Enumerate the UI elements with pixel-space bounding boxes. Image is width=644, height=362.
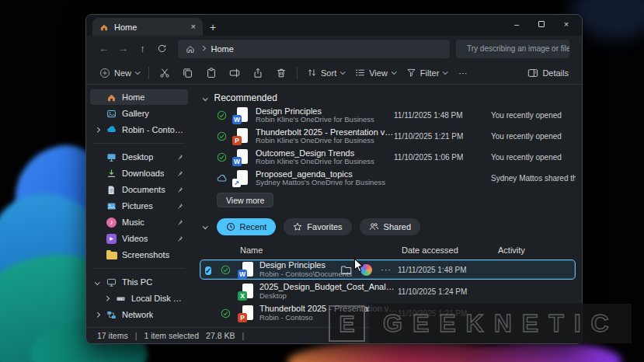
- chevron-right-icon[interactable]: [103, 297, 110, 301]
- chevron-right-icon[interactable]: [93, 313, 101, 317]
- sort-icon: [307, 68, 317, 78]
- this-pc-icon: [106, 277, 117, 287]
- details-button-label: Details: [542, 68, 569, 78]
- column-header-activity[interactable]: Activity: [498, 245, 576, 255]
- filter-button[interactable]: Filter: [401, 64, 452, 82]
- cloud-status-icon: [217, 173, 232, 184]
- rename-button[interactable]: [223, 64, 246, 82]
- chevron-right-icon[interactable]: [93, 128, 101, 132]
- open-folder-location-icon[interactable]: [340, 264, 352, 276]
- maximize-icon: [538, 21, 545, 27]
- sidebar-item-music[interactable]: ♪ Music: [90, 214, 188, 230]
- forward-button[interactable]: →: [113, 40, 133, 58]
- sidebar-item-label: Robin - Contoso: [122, 125, 183, 134]
- downloads-icon: [106, 169, 117, 179]
- onedrive-cloud-icon: [106, 124, 117, 135]
- tab-home[interactable]: Home ×: [92, 18, 203, 36]
- toolbar-separator: [148, 67, 149, 79]
- breadcrumb[interactable]: Home: [211, 44, 234, 54]
- recommended-section-header[interactable]: Recommended: [200, 91, 576, 105]
- sidebar-item-desktop[interactable]: Desktop: [90, 149, 188, 165]
- mouse-cursor: [353, 258, 364, 273]
- sidebar-item-label: Network: [122, 310, 153, 319]
- filter-button-label: Filter: [420, 68, 439, 78]
- sidebar-item-home[interactable]: Home: [90, 89, 188, 105]
- sidebar-divider: [93, 268, 185, 269]
- new-button[interactable]: New: [94, 64, 144, 82]
- sidebar-item-documents[interactable]: Documents: [90, 182, 188, 197]
- file-date: 11/10/2025 1:21 PM: [394, 132, 491, 141]
- collapse-chevron-icon[interactable]: [203, 96, 207, 100]
- more-options-button[interactable]: ···: [452, 64, 473, 82]
- pin-icon: [176, 154, 183, 161]
- filter-pill-recent[interactable]: Recent: [217, 218, 277, 235]
- filter-pill-shared[interactable]: Shared: [360, 218, 420, 235]
- sidebar-item-gallery[interactable]: Gallery: [90, 106, 188, 121]
- back-button[interactable]: ←: [94, 40, 113, 58]
- paste-button[interactable]: [200, 64, 223, 82]
- maximize-button[interactable]: [529, 16, 554, 33]
- file-title: 2025_Design_Budget_Cost_Analysis: [259, 282, 398, 292]
- address-bar[interactable]: Home: [178, 40, 450, 58]
- pin-icon: [176, 186, 183, 193]
- recommended-item[interactable]: Thunderbolt 2025 - Presentation v2.0Robi…: [200, 126, 576, 147]
- column-header-name[interactable]: Name: [240, 245, 402, 255]
- column-header-date[interactable]: Date accessed: [402, 245, 498, 255]
- sidebar-item-local-disk[interactable]: Local Disk (C:): [90, 291, 188, 306]
- row-quick-actions: ···: [340, 260, 392, 279]
- sort-button[interactable]: Sort: [301, 64, 350, 82]
- sidebar-item-label: This PC: [122, 277, 152, 287]
- file-explorer-window: Home × + – × ← → ↑ Home Try describing a…: [85, 14, 583, 344]
- cut-button[interactable]: [153, 64, 176, 82]
- sidebar-item-downloads[interactable]: Downloads: [90, 165, 188, 181]
- items-count: 17 items: [97, 331, 128, 340]
- delete-button[interactable]: [270, 64, 293, 82]
- new-tab-button[interactable]: +: [203, 18, 223, 36]
- file-date: 11/11/2025 1:48 PM: [398, 266, 494, 274]
- file-location: Sydney Mattos's OneDrive for Business: [256, 179, 394, 187]
- row-checkbox[interactable]: ✓: [205, 266, 211, 275]
- sidebar-item-network[interactable]: Network: [90, 307, 188, 322]
- recommended-item[interactable]: Outcomes_Design TrendsRobin Kline's OneD…: [200, 147, 576, 168]
- file-row[interactable]: 2025_Design_Budget_Cost_AnalysisDesktop …: [200, 281, 576, 301]
- sidebar-item-videos[interactable]: ▶ Videos: [90, 231, 188, 246]
- copy-button[interactable]: [176, 64, 200, 82]
- star-icon: [293, 222, 302, 231]
- recommended-item[interactable]: Design PrinciplesRobin Kline's OneDrive …: [200, 105, 576, 126]
- file-location: Desktop: [259, 292, 398, 301]
- up-button[interactable]: ↑: [133, 40, 152, 58]
- view-button[interactable]: View: [350, 64, 401, 82]
- sidebar-item-label: Music: [122, 218, 144, 227]
- details-button[interactable]: Details: [522, 64, 574, 82]
- sidebar-item-pictures[interactable]: Pictures: [90, 198, 188, 214]
- tab-close-icon[interactable]: ×: [191, 23, 196, 31]
- recommended-item[interactable]: Proposed_agenda_topicsSydney Mattos's On…: [200, 168, 576, 189]
- folder-icon: [106, 250, 117, 259]
- file-activity: You recently opened: [491, 111, 576, 120]
- share-button[interactable]: [246, 64, 270, 82]
- chevron-down-icon: [392, 69, 397, 75]
- minimize-button[interactable]: –: [504, 16, 529, 33]
- search-input[interactable]: Try describing an image or file: [456, 40, 569, 58]
- sidebar-item-screenshots[interactable]: Screenshots: [90, 247, 188, 263]
- sidebar-item-label: Videos: [122, 234, 148, 243]
- chevron-down-icon[interactable]: [93, 280, 101, 284]
- filter-icon: [406, 68, 416, 78]
- file-row-selected[interactable]: ✓ Design PrinciplesRobin - Contoso\Docum…: [200, 259, 576, 280]
- powerpoint-file-icon: [238, 305, 255, 322]
- sidebar-item-this-pc[interactable]: This PC: [90, 274, 188, 290]
- refresh-button[interactable]: [152, 40, 172, 58]
- view-more-button[interactable]: View more: [217, 193, 273, 207]
- row-more-options-button[interactable]: ···: [381, 265, 392, 274]
- refresh-icon: [157, 44, 167, 54]
- cut-icon: [159, 68, 170, 78]
- watermark-logo: E: [329, 305, 365, 342]
- sidebar-item-onedrive[interactable]: Robin - Contoso: [90, 122, 188, 137]
- pill-label: Shared: [384, 222, 411, 231]
- close-button[interactable]: ×: [554, 16, 579, 33]
- file-location: Robin Kline's OneDrive for Business: [256, 158, 394, 166]
- breadcrumb-chevron-icon: [200, 46, 205, 50]
- details-panel-icon: [527, 68, 538, 78]
- collapse-chevron-icon[interactable]: [203, 224, 207, 228]
- filter-pill-favorites[interactable]: Favorites: [284, 218, 351, 235]
